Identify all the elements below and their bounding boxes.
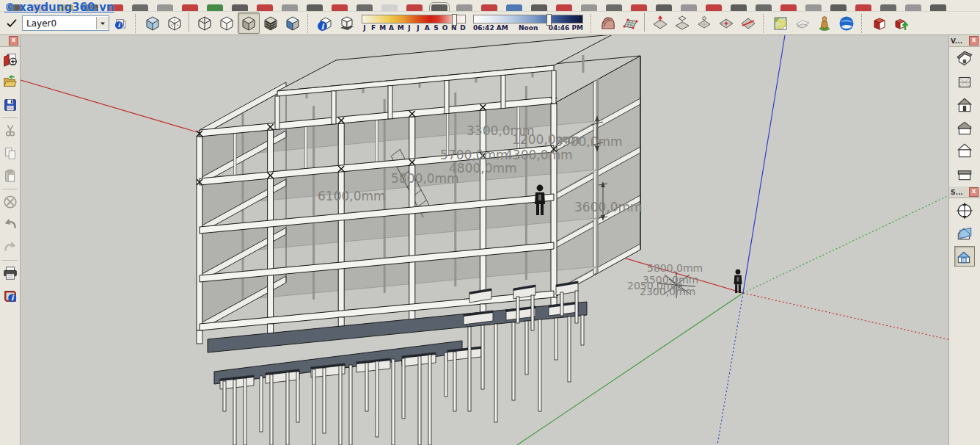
toolbar-separator <box>861 14 864 33</box>
partial-toolbar-icon[interactable] <box>631 4 647 11</box>
add-detail-button[interactable] <box>715 12 737 34</box>
close-icon[interactable]: x <box>9 36 18 46</box>
toolbar-separator <box>189 12 191 32</box>
section-plane-button[interactable] <box>954 200 975 221</box>
shadow-date-handle[interactable] <box>452 14 457 26</box>
from-scratch-button[interactable] <box>619 12 641 34</box>
partial-toolbar-icon[interactable] <box>332 4 348 11</box>
iso-view-button[interactable] <box>954 49 975 70</box>
partial-toolbar-icon[interactable] <box>381 4 398 11</box>
xray-button[interactable] <box>142 12 164 34</box>
partial-toolbar-icon[interactable] <box>431 4 447 11</box>
partial-toolbar-icon[interactable] <box>531 4 547 11</box>
partial-toolbar-icon[interactable] <box>232 4 248 11</box>
partial-toolbar-icon[interactable] <box>506 4 522 11</box>
google-earth-icon <box>838 15 855 32</box>
layer-combobox[interactable]: Layer0 <box>22 15 109 31</box>
display-section-cuts-button[interactable] <box>954 246 975 267</box>
shadow-date-slider[interactable]: JFMAMJJASOND <box>362 15 466 32</box>
model-canvas[interactable] <box>0 0 980 445</box>
partial-toolbar-icon[interactable] <box>182 4 198 11</box>
flip-edge-icon <box>739 15 757 32</box>
paste-button[interactable] <box>0 166 21 187</box>
layer-manager-button[interactable]: i <box>109 12 131 34</box>
partial-toolbar-icon[interactable] <box>581 4 597 11</box>
layer-dropdown-button[interactable] <box>96 17 109 29</box>
toggle-terrain-button[interactable] <box>791 12 813 34</box>
partial-toolbar-icon[interactable] <box>656 4 672 11</box>
shadow-date-track[interactable] <box>362 15 466 23</box>
partial-toolbar-icon[interactable] <box>307 4 323 11</box>
display-section-planes-button[interactable] <box>954 223 975 244</box>
partial-toolbar-icon[interactable] <box>905 4 921 11</box>
share-model-button[interactable] <box>890 12 912 34</box>
partial-toolbar-icon[interactable] <box>356 4 373 11</box>
partial-toolbar-icon[interactable] <box>157 4 173 11</box>
partial-toolbar-icon[interactable] <box>132 4 148 11</box>
left-view-button[interactable] <box>954 140 975 161</box>
close-icon[interactable]: x <box>969 36 979 46</box>
new-button[interactable] <box>0 49 21 70</box>
hidden-line-button[interactable] <box>216 12 238 34</box>
google-earth-button[interactable] <box>835 12 858 34</box>
shaded-button[interactable] <box>238 12 260 34</box>
open-button[interactable] <box>0 72 21 93</box>
erase-button[interactable] <box>0 192 21 212</box>
top-view-button[interactable] <box>954 72 975 93</box>
partial-toolbar-icon[interactable] <box>257 4 273 11</box>
stamp-button[interactable] <box>671 12 693 34</box>
partial-toolbar-icon[interactable] <box>481 4 497 11</box>
shadow-time-track[interactable] <box>473 15 583 23</box>
wireframe-button[interactable] <box>194 12 216 34</box>
close-icon[interactable]: x <box>969 187 979 197</box>
back-view-button[interactable] <box>954 163 975 184</box>
shadow-toggle-button[interactable] <box>336 12 358 34</box>
sandbox-toolbar <box>597 12 759 34</box>
model-info-button[interactable]: i <box>0 286 21 306</box>
shadow-settings-button[interactable]: i <box>314 12 336 34</box>
flip-edge-button[interactable] <box>737 12 759 34</box>
partial-toolbar-icon[interactable] <box>606 4 622 11</box>
partial-toolbar-icon[interactable] <box>880 4 896 11</box>
copy-button[interactable] <box>0 143 21 164</box>
partial-toolbar-icon[interactable] <box>556 4 572 11</box>
back-edges-button[interactable] <box>164 12 186 34</box>
add-location-button[interactable] <box>769 12 791 34</box>
print-button[interactable] <box>0 263 21 283</box>
views-toolbar-titlebar[interactable]: V... x <box>949 35 980 47</box>
front-view-button[interactable] <box>954 95 975 115</box>
drape-button[interactable] <box>693 12 715 34</box>
partial-toolbar-icon[interactable] <box>706 4 722 11</box>
cut-button[interactable] <box>0 120 21 141</box>
partial-toolbar-icon[interactable] <box>805 4 822 11</box>
undo-button[interactable] <box>0 214 21 235</box>
partial-toolbar-icon[interactable] <box>731 4 747 11</box>
get-models-button[interactable] <box>868 12 890 34</box>
partial-toolbar-icon[interactable] <box>756 4 772 11</box>
time-end-label: 04:46 PM <box>549 24 583 32</box>
shadow-time-slider[interactable]: 06:42 AM Noon 04:46 PM <box>473 15 583 32</box>
shadow-time-handle[interactable] <box>546 14 552 26</box>
erase-icon <box>2 194 18 210</box>
partial-toolbar-icon[interactable] <box>930 4 946 11</box>
standard-toolbar-titlebar[interactable]: x <box>0 35 20 47</box>
partial-toolbar-icon[interactable] <box>456 4 472 11</box>
partial-toolbar-icon[interactable] <box>282 4 298 11</box>
monochrome-button[interactable] <box>282 12 304 34</box>
from-contours-button[interactable] <box>597 12 619 34</box>
partial-toolbar-icon[interactable] <box>855 4 871 11</box>
partial-toolbar-icon[interactable] <box>406 4 423 11</box>
redo-button[interactable] <box>0 237 21 258</box>
partial-toolbar-icon[interactable] <box>681 4 697 11</box>
partial-toolbar-icon[interactable] <box>780 4 797 11</box>
photo-textures-button[interactable] <box>813 12 835 34</box>
partial-toolbar-icon[interactable] <box>207 4 223 11</box>
right-view-button[interactable] <box>954 117 975 138</box>
new-icon <box>2 51 18 68</box>
smoove-button[interactable] <box>649 12 671 34</box>
save-button[interactable] <box>0 95 21 115</box>
partial-toolbar-icon[interactable] <box>830 4 846 11</box>
shaded-textures-button[interactable] <box>260 12 282 34</box>
sections-toolbar-titlebar[interactable]: S... x <box>949 187 980 198</box>
shadow-toggle-icon <box>338 15 356 32</box>
